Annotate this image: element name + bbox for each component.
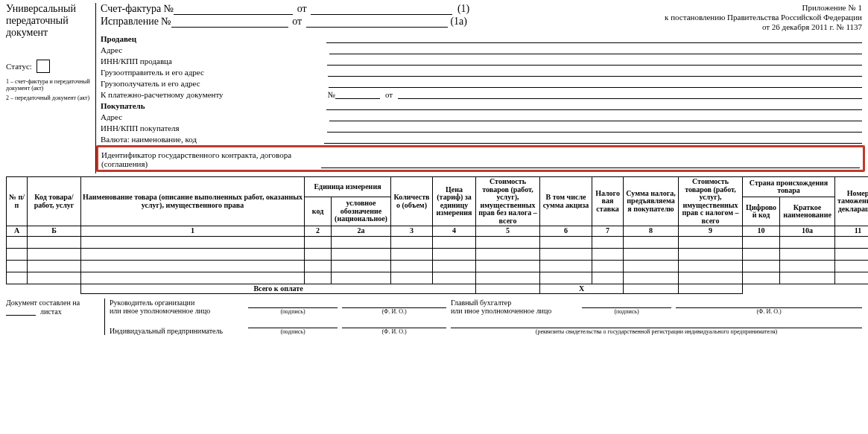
head-sign-cap: (подпись) — [248, 308, 338, 315]
colnum-4: 4 — [433, 226, 476, 237]
gov-contract-field[interactable] — [321, 149, 860, 168]
consignee-label: Грузополучатель и его адрес — [101, 79, 200, 88]
colnum-10: 10 — [743, 226, 780, 237]
th-cost: Стоимость товаров (работ, услуг), имущес… — [476, 177, 540, 226]
head-fio-cap: (Ф. И. О.) — [342, 308, 446, 315]
buyer-inn-field[interactable] — [327, 122, 862, 133]
head-sign-field[interactable] — [248, 299, 338, 308]
table-row[interactable] — [7, 272, 869, 284]
colnum-10a: 10а — [780, 226, 835, 237]
sheets-field[interactable] — [6, 307, 36, 316]
status-label: Статус: — [6, 62, 32, 71]
seller-label: Продавец — [101, 34, 136, 43]
sheets-label: листах — [40, 307, 62, 316]
buyer-addr-label: Адрес — [101, 112, 122, 121]
payment-doc-label: К платежно-расчетному документу — [101, 90, 224, 99]
head-fio-field[interactable] — [342, 299, 446, 308]
th-country: Страна происхождения товара — [743, 177, 835, 197]
correction-ot: от — [288, 16, 306, 28]
table-row[interactable] — [7, 236, 869, 248]
ip-req-field[interactable] — [451, 319, 862, 328]
num-symbol: № — [328, 90, 336, 99]
consignee-field[interactable] — [329, 77, 862, 88]
invoice-number-field[interactable] — [174, 4, 293, 15]
head-label: Руководитель организации — [110, 299, 244, 307]
paren-1: (1) — [452, 3, 475, 15]
buyer-field[interactable] — [326, 100, 862, 110]
ip-fio-field[interactable] — [342, 319, 446, 328]
invoice-date-field[interactable] — [311, 4, 452, 15]
payment-ot: от — [380, 90, 398, 99]
gov-contract-highlight: Идентификатор государственного контракта… — [96, 145, 865, 172]
currency-label: Валюта: наименование, код — [101, 135, 197, 144]
payment-num-field[interactable] — [335, 89, 380, 99]
th-costtax: Стоимость товаров (работ, услуг), имущес… — [679, 177, 743, 226]
invoice-ot: от — [293, 3, 311, 15]
th-qty: Количество (объем) — [391, 177, 433, 226]
totals-row: Всего к оплате Х — [7, 284, 869, 294]
colnum-9: 9 — [679, 226, 743, 237]
colnum-8: 8 — [624, 226, 679, 237]
acc-fio-field[interactable] — [676, 299, 862, 308]
correction-date-field[interactable] — [306, 17, 448, 28]
ip-label: Индивидуальный предприниматель — [110, 327, 244, 335]
colnum-11: 11 — [835, 226, 868, 237]
ip-sign-field[interactable] — [248, 319, 338, 328]
seller-inn-label: ИНН/КПП продавца — [101, 57, 172, 66]
colnum-b: Б — [28, 226, 81, 237]
gov-contract-label-l1: Идентификатор государственного контракта… — [101, 150, 291, 159]
paren-1a: (1а) — [448, 16, 470, 28]
colnum-5: 5 — [476, 226, 540, 237]
seller-addr-label: Адрес — [101, 45, 122, 54]
correction-label: Исправление № — [101, 16, 171, 28]
th-price: Цена (тариф) за единицу измерения — [433, 177, 476, 226]
th-rate: Налоговая ставка — [592, 177, 624, 226]
table-row[interactable] — [7, 248, 869, 260]
head-or-auth: или иное уполномоченное лицо — [110, 307, 244, 315]
gov-contract-label-l2: (соглашения) — [101, 159, 291, 168]
totals-label: Всего к оплате — [81, 284, 476, 294]
th-cname: Краткое наименование — [780, 197, 835, 226]
correction-number-field[interactable] — [171, 17, 288, 28]
colnum-6: 6 — [540, 226, 592, 237]
acc-fio-cap: (Ф. И. О.) — [676, 308, 862, 315]
acc-sign-field[interactable] — [582, 299, 671, 308]
ip-req-cap: (реквизиты свидетельства о государственн… — [451, 328, 862, 335]
consignor-field[interactable] — [328, 66, 862, 77]
buyer-label: Покупатель — [101, 101, 145, 110]
colnum-a: А — [7, 226, 28, 237]
ip-fio-cap: (Ф. И. О.) — [342, 328, 446, 335]
th-unit: Единица измерения — [305, 177, 391, 197]
th-name: Наименование товара (описание выполненны… — [81, 177, 305, 226]
colnum-3: 3 — [391, 226, 433, 237]
currency-field[interactable] — [324, 133, 862, 144]
th-unit-code: код — [305, 197, 332, 226]
doc-compiled-label: Документ составлен на — [6, 299, 95, 307]
payment-date-field[interactable] — [398, 89, 862, 99]
acc-label: Главный бухгалтер — [451, 299, 577, 307]
th-unit-name: условное обозначение (национальное) — [332, 197, 391, 226]
table-row[interactable] — [7, 260, 869, 272]
seller-field[interactable] — [326, 33, 862, 43]
colnum-2a: 2а — [332, 226, 391, 237]
consignor-label: Грузоотправитель и его адрес — [101, 68, 204, 77]
th-ccode: Цифровой код — [743, 197, 780, 226]
colnum-7: 7 — [592, 226, 624, 237]
th-np: № п/п — [7, 177, 28, 226]
invoice-label: Счет-фактура № — [101, 3, 174, 15]
totals-x: Х — [540, 284, 624, 294]
buyer-addr-field[interactable] — [329, 111, 862, 121]
th-excise: В том числе сумма акциза — [540, 177, 592, 226]
seller-inn-field[interactable] — [327, 55, 862, 66]
th-tax: Сумма налога, предъявляемая покупателю — [624, 177, 679, 226]
appendix-block: Приложение № 1 к постановлению Правитель… — [665, 3, 862, 33]
th-code: Код товара/ работ, услуг — [28, 177, 81, 226]
colnum-2: 2 — [305, 226, 332, 237]
colnum-1: 1 — [81, 226, 305, 237]
buyer-inn-label: ИНН/КПП покупателя — [101, 124, 180, 133]
doc-title: Универсальный передаточный документ — [6, 3, 92, 39]
seller-addr-field[interactable] — [329, 44, 862, 54]
status-checkbox[interactable] — [37, 60, 50, 73]
ip-sign-cap: (подпись) — [248, 328, 338, 335]
items-table: № п/п Код товара/ работ, услуг Наименова… — [6, 176, 868, 294]
